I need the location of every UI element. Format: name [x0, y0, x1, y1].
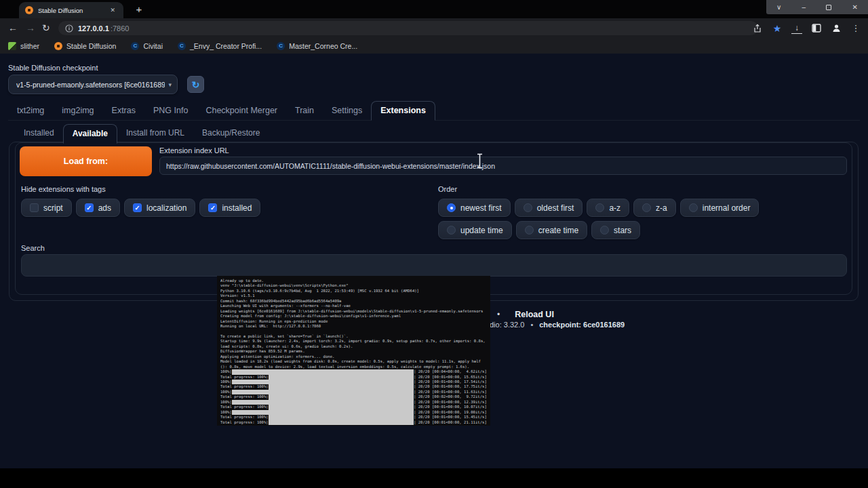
progress-bar-fill: [269, 384, 414, 389]
console-line: Running on local URL: http://127.0.0.1:7…: [220, 324, 487, 329]
progress-bar-row: 100%|| 20/20 [00:04<00:00, 4.62it/s]: [220, 369, 487, 374]
order-a-z-radio[interactable]: a-z: [587, 199, 629, 217]
radio-icon: [524, 203, 532, 212]
tab-png-info[interactable]: PNG Info: [144, 102, 197, 120]
reload-icon[interactable]: ↻: [42, 22, 50, 33]
side-panel-icon[interactable]: [811, 23, 822, 34]
extension-index-url-input[interactable]: https://raw.githubusercontent.com/AUTOMA…: [159, 157, 847, 175]
order-z-a-radio[interactable]: z-a: [633, 199, 676, 217]
bookmark-envy-profile[interactable]: C _Envy_ Creator Profi...: [178, 42, 262, 50]
downloads-icon[interactable]: ↓: [791, 23, 802, 34]
progress-bar-row: 100%|| 20/20 [00:01<00:00, 11.63it/s]: [220, 390, 487, 394]
radio-icon: [689, 203, 698, 212]
tag-installed-checkbox[interactable]: ✓ installed: [199, 199, 260, 217]
menu-dots-icon[interactable]: ⋮: [850, 23, 861, 34]
new-tab-button[interactable]: +: [133, 3, 145, 16]
reload-ui-link[interactable]: Reload UI: [515, 310, 554, 319]
browser-tab[interactable]: Stable Diffusion ✕: [19, 2, 123, 18]
tab-settings[interactable]: Settings: [323, 102, 371, 120]
progress-bar-row: Total progress: 100%|| 20/20 [00:01<00:0…: [220, 415, 487, 420]
extensions-subtab-bar: Installed Available Install from URL Bac…: [15, 123, 853, 142]
window-restore-icon[interactable]: [826, 5, 831, 10]
progress-bar-row: Total progress: 100%|| 20/20 [00:01<00:0…: [220, 375, 487, 380]
radio-icon: [525, 226, 534, 235]
footer-links: • Reload UI: [497, 310, 554, 319]
console-line: venv "J:\stable-diffusion-webui\venv\Scr…: [220, 283, 487, 288]
window-chevron-icon[interactable]: ∨: [776, 4, 781, 11]
profile-icon[interactable]: [831, 23, 842, 34]
bookmark-slither[interactable]: slither: [8, 42, 39, 50]
tab-img2img[interactable]: img2img: [53, 102, 102, 120]
progress-bar-fill: [269, 394, 414, 399]
window-close-icon[interactable]: ✕: [852, 4, 857, 11]
text-cursor-icon: [476, 153, 484, 169]
checkbox-icon: ✓: [30, 203, 39, 212]
tag-filter-group: ✓ script ✓ ads ✓ localization ✓ installe…: [21, 199, 401, 217]
order-newest-first-radio[interactable]: newest first: [438, 199, 511, 217]
checkbox-icon: ✓: [208, 203, 217, 212]
address-bar[interactable]: 127.0.0.1:7860: [58, 21, 758, 35]
tab-extras[interactable]: Extras: [103, 102, 144, 120]
order-oldest-first-radio[interactable]: oldest first: [515, 199, 583, 217]
bookmark-civitai[interactable]: C Civitai: [131, 42, 163, 50]
subtab-install-from-url[interactable]: Install from URL: [117, 124, 193, 142]
tab-extensions[interactable]: Extensions: [371, 101, 435, 121]
subtab-installed[interactable]: Installed: [15, 124, 63, 142]
progress-bar-row: Total progress: 100%|| 20/20 [00:02<00:0…: [220, 394, 487, 399]
order-label: Order: [438, 185, 457, 193]
bookmark-master-corneo[interactable]: C Master_Corneo Cre...: [277, 42, 357, 50]
tab-txt2img[interactable]: txt2img: [8, 102, 53, 120]
checkpoint-dropdown[interactable]: v1-5-pruned-emaonly.safetensors [6ce0161…: [8, 75, 178, 94]
chevron-down-icon: ▾: [168, 81, 172, 88]
forward-icon[interactable]: →: [26, 22, 35, 33]
load-from-button[interactable]: Load from:: [20, 146, 152, 176]
order-radio-group: newest first oldest first a-z z-a intern…: [438, 199, 828, 239]
tab-checkpoint-merger[interactable]: Checkpoint Merger: [197, 102, 286, 120]
back-icon[interactable]: ←: [8, 22, 18, 33]
tab-train[interactable]: Train: [286, 102, 323, 120]
console-line: Model loaded in 18.2s (load weights from…: [220, 359, 487, 369]
order-update-time-radio[interactable]: update time: [438, 221, 512, 239]
bookmarks-bar: slither Stable Diffusion C Civitai C _En…: [0, 38, 868, 54]
tab-close-icon[interactable]: ✕: [108, 6, 117, 14]
browser-tab-title: Stable Diffusion: [38, 7, 103, 14]
share-icon[interactable]: [752, 23, 763, 34]
civitai-favicon-icon: C: [277, 42, 285, 50]
progress-bar-fill: [269, 420, 414, 425]
tag-script-checkbox[interactable]: ✓ script: [21, 199, 72, 217]
subtab-backup-restore[interactable]: Backup/Restore: [193, 124, 269, 142]
tag-ads-checkbox[interactable]: ✓ ads: [76, 199, 120, 217]
hide-tags-label: Hide extensions with tags: [21, 185, 106, 193]
search-input[interactable]: [21, 254, 847, 277]
order-create-time-radio[interactable]: create time: [516, 221, 587, 239]
browser-titlebar: Stable Diffusion ✕ + ∨ – ✕: [0, 0, 868, 18]
console-line: Creating model from config: J:\stable-di…: [220, 314, 487, 319]
progress-bar-row: Total progress: 100%|| 20/20 [00:01<00:0…: [220, 384, 487, 389]
radio-icon: [447, 203, 456, 212]
refresh-checkpoint-button[interactable]: ↻: [187, 76, 204, 93]
bookmark-stable-diffusion[interactable]: Stable Diffusion: [54, 42, 116, 50]
civitai-favicon-icon: C: [178, 42, 186, 50]
terminal-overlay: Already up to date. venv "J:\stable-diff…: [217, 276, 490, 426]
search-label: Search: [21, 244, 45, 252]
site-info-icon[interactable]: [65, 24, 73, 33]
console-line: Startup time: 9.9s (launcher: 2.4s, impo…: [220, 339, 487, 349]
progress-bar-fill: [269, 405, 414, 409]
progress-bar-fill: [232, 410, 414, 415]
order-stars-radio[interactable]: stars: [591, 221, 640, 239]
console-line: Launching Web UI with arguments: --xform…: [220, 304, 487, 308]
extension-index-url-value: https://raw.githubusercontent.com/AUTOMA…: [166, 162, 495, 170]
window-minimize-icon[interactable]: –: [802, 4, 806, 11]
footer-version-info: dio: 3.32.0 • checkpoint: 6ce0161689: [490, 321, 625, 329]
bookmark-star-icon[interactable]: ★: [772, 23, 783, 34]
checkpoint-label: Stable Diffusion checkpoint: [8, 64, 98, 72]
progress-bar-row: 100%|| 20/20 [00:01<00:00, 19.00it/s]: [220, 410, 487, 415]
console-line: DiffusionWrapper has 859.52 M params.: [220, 349, 487, 354]
checkbox-icon: ✓: [133, 203, 142, 212]
order-internal-order-radio[interactable]: internal order: [680, 199, 760, 217]
subtab-available[interactable]: Available: [63, 124, 117, 144]
extension-index-url-label: Extension index URL: [159, 146, 229, 155]
url-host: 127.0.0.1: [78, 24, 109, 33]
toolbar-actions: ★ ↓ ⋮: [752, 21, 861, 35]
tag-localization-checkbox[interactable]: ✓ localization: [124, 199, 195, 217]
